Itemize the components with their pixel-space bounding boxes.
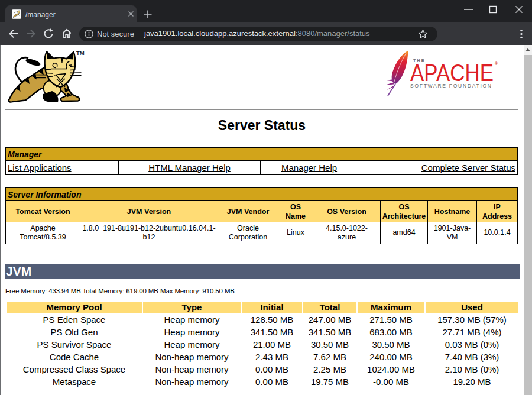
svg-text:APACHE: APACHE bbox=[410, 60, 494, 86]
svg-text:SOFTWARE FOUNDATION: SOFTWARE FOUNDATION bbox=[410, 83, 492, 89]
svg-text:®: ® bbox=[495, 61, 498, 66]
